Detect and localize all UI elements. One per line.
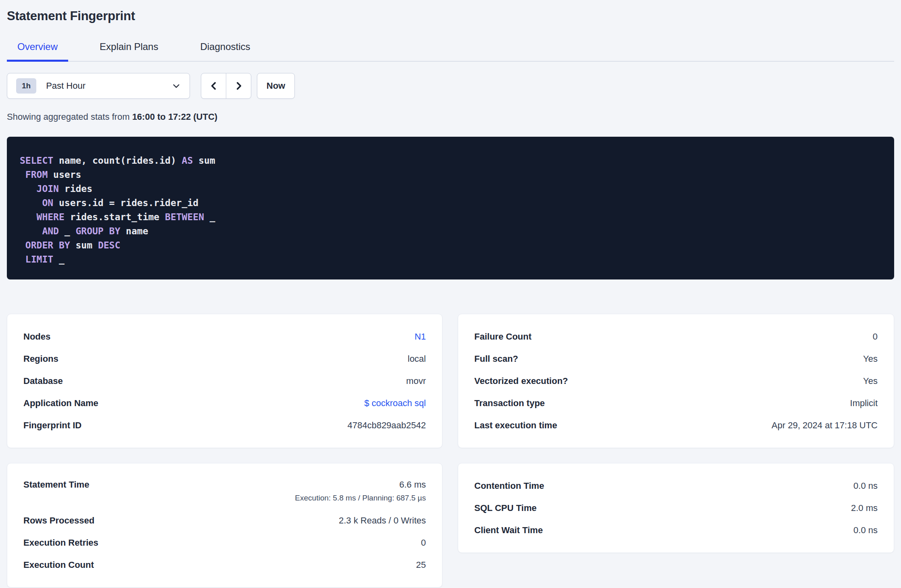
sql-line: ON users.id = rides.rider_id: [20, 196, 881, 210]
row-label-last-execution-time: Last execution time: [474, 420, 557, 431]
row-label-regions: Regions: [23, 354, 58, 364]
table-row: Application Name $ cockroach sql: [23, 392, 426, 414]
sql-text: [20, 198, 42, 208]
sql-line: FROM users: [20, 168, 881, 182]
fingerprint-id-value: 4784cb829aab2542: [347, 420, 426, 431]
sql-statement-box: SELECT name, count(rides.id) AS sum FROM…: [7, 137, 894, 279]
next-time-button[interactable]: [226, 73, 251, 98]
row-label-execution-retries: Execution Retries: [23, 538, 98, 548]
sql-text: [20, 226, 42, 236]
chevron-right-icon: [234, 81, 244, 91]
row-label-failure-count: Failure Count: [474, 332, 532, 342]
sql-text: _: [53, 254, 65, 265]
table-row: Last execution time Apr 29, 2024 at 17:1…: [474, 414, 878, 436]
resource-usage-card: Contention Time 0.0 ns SQL CPU Time 2.0 …: [458, 463, 894, 553]
sql-text: users: [48, 169, 81, 180]
sql-text: [20, 169, 25, 180]
contention-time-value: 0.0 ns: [853, 481, 878, 491]
tab-bar: Overview Explain Plans Diagnostics: [7, 41, 894, 62]
table-row: Client Wait Time 0.0 ns: [474, 519, 878, 541]
sql-keyword: WHERE: [37, 212, 65, 222]
sql-text: _: [59, 226, 76, 236]
sql-line: WHERE rides.start_time BETWEEN _: [20, 210, 881, 224]
sql-text: [20, 212, 37, 222]
sql-text: name: [120, 226, 148, 236]
sql-line: JOIN rides: [20, 182, 881, 196]
previous-time-button[interactable]: [201, 73, 226, 98]
table-row: Rows Processed 2.3 k Reads / 0 Writes: [23, 509, 426, 532]
last-execution-time-value: Apr 29, 2024 at 17:18 UTC: [772, 420, 878, 431]
application-name-link[interactable]: $ cockroach sql: [364, 398, 426, 409]
aggregated-stats-prefix: Showing aggregated stats from: [7, 112, 132, 122]
table-row: Failure Count 0: [474, 325, 878, 348]
sql-keyword: GROUP BY: [75, 226, 120, 236]
chevron-left-icon: [209, 81, 219, 91]
aggregated-stats-text: Showing aggregated stats from 16:00 to 1…: [7, 112, 894, 122]
chevron-down-icon: [172, 81, 181, 90]
sql-keyword: LIMIT: [25, 254, 53, 265]
sql-code: SELECT name, count(rides.id) AS sum FROM…: [20, 154, 881, 267]
aggregated-stats-range: 16:00 to 17:22 (UTC): [132, 112, 218, 122]
sql-keyword: AND: [42, 226, 59, 236]
sql-text: [20, 240, 25, 250]
row-label-statement-time: Statement Time: [23, 480, 89, 490]
row-label-transaction-type: Transaction type: [474, 398, 545, 409]
tab-diagnostics[interactable]: Diagnostics: [190, 41, 261, 62]
tab-overview[interactable]: Overview: [7, 41, 68, 62]
sql-keyword: AS: [182, 155, 193, 166]
statement-fingerprint-page: Statement Fingerprint Overview Explain P…: [0, 0, 901, 588]
table-row: Transaction type Implicit: [474, 392, 878, 414]
rows-processed-value: 2.3 k Reads / 0 Writes: [339, 515, 426, 526]
statement-time-value-block: 6.6 ms Execution: 5.8 ms / Planning: 687…: [295, 480, 426, 503]
sql-keyword: JOIN: [37, 183, 59, 194]
table-row: Contention Time 0.0 ns: [474, 475, 878, 497]
sql-text: name, count(rides.id): [53, 155, 182, 166]
time-range-dropdown[interactable]: 1h Past Hour: [7, 73, 190, 99]
timing-cards-row: Statement Time 6.6 ms Execution: 5.8 ms …: [7, 463, 894, 588]
table-row: Full scan? Yes: [474, 348, 878, 370]
sql-text: [20, 183, 37, 194]
table-row: Fingerprint ID 4784cb829aab2542: [23, 414, 426, 436]
row-label-full-scan: Full scan?: [474, 354, 518, 364]
sql-line: LIMIT _: [20, 252, 881, 267]
table-row: SQL CPU Time 2.0 ms: [474, 497, 878, 519]
sql-text: [20, 254, 25, 265]
sql-keyword: SELECT: [20, 155, 53, 166]
table-row: Execution Retries 0: [23, 532, 426, 554]
row-label-nodes: Nodes: [23, 332, 50, 342]
time-controls: 1h Past Hour Now: [7, 73, 894, 99]
transaction-type-value: Implicit: [850, 398, 878, 409]
page-title: Statement Fingerprint: [7, 9, 894, 23]
table-row: Database movr: [23, 370, 426, 392]
now-button[interactable]: Now: [257, 73, 295, 99]
time-range-badge: 1h: [16, 78, 36, 94]
sql-keyword: ON: [42, 198, 53, 208]
sql-line: AND _ GROUP BY name: [20, 224, 881, 238]
table-row: Regions local: [23, 348, 426, 370]
database-value: movr: [406, 376, 426, 386]
row-label-sql-cpu-time: SQL CPU Time: [474, 503, 536, 513]
execution-retries-value: 0: [421, 538, 426, 548]
execution-count-value: 25: [416, 560, 426, 570]
sql-keyword: ORDER BY: [25, 240, 70, 250]
table-row: Nodes N1: [23, 325, 426, 348]
sql-keyword: DESC: [98, 240, 120, 250]
table-row: Execution Count 25: [23, 554, 426, 576]
sql-text: users.id = rides.rider_id: [53, 198, 198, 208]
overview-card: Nodes N1 Regions local Database movr App…: [7, 314, 442, 448]
sql-text: _: [204, 212, 215, 222]
regions-value: local: [408, 354, 426, 364]
tab-explain-plans[interactable]: Explain Plans: [89, 41, 169, 62]
table-row: Vectorized execution? Yes: [474, 370, 878, 392]
sql-text: rides.start_time: [65, 212, 165, 222]
nodes-link[interactable]: N1: [415, 332, 426, 342]
sql-line: ORDER BY sum DESC: [20, 238, 881, 252]
sql-cpu-time-value: 2.0 ms: [851, 503, 878, 513]
row-label-rows-processed: Rows Processed: [23, 515, 94, 526]
statement-time-breakdown: Execution: 5.8 ms / Planning: 687.5 µs: [295, 494, 426, 503]
sql-keyword: BETWEEN: [165, 212, 204, 222]
execution-attributes-card: Failure Count 0 Full scan? Yes Vectorize…: [458, 314, 894, 448]
row-label-application-name: Application Name: [23, 398, 98, 409]
row-label-fingerprint-id: Fingerprint ID: [23, 420, 81, 431]
client-wait-time-value: 0.0 ns: [853, 525, 878, 536]
